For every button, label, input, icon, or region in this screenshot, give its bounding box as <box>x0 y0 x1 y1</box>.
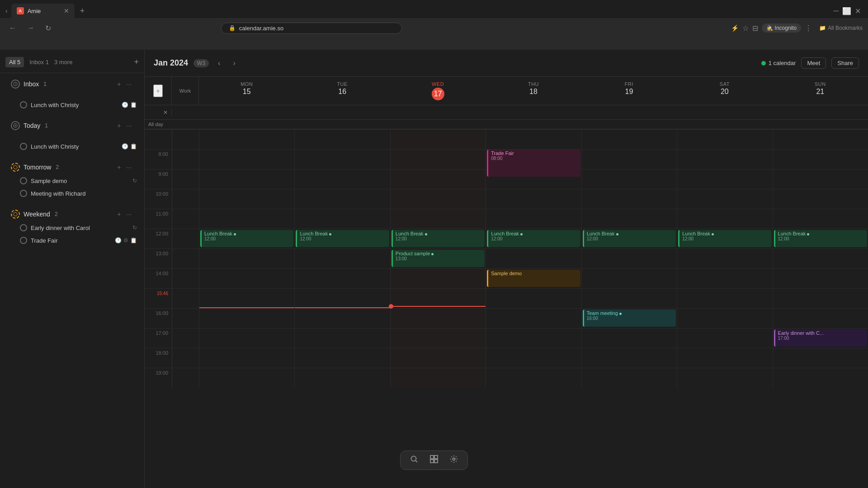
col-fri-700[interactable] <box>581 129 677 149</box>
col-sat-1700[interactable] <box>677 328 772 348</box>
lunch-break-wed[interactable]: Lunch Break 12:00 <box>392 230 485 247</box>
col-wed-800[interactable] <box>390 149 486 169</box>
col-fri-1700[interactable] <box>581 328 677 348</box>
tomorrow-add-btn[interactable]: + <box>115 163 123 172</box>
layout-toolbar-btn[interactable] <box>429 455 439 466</box>
sidebar-add-btn[interactable]: + <box>134 57 139 67</box>
col-tue-1000[interactable] <box>294 189 390 209</box>
weekend-more-btn[interactable]: ··· <box>124 210 133 219</box>
new-tab-button[interactable]: + <box>76 5 89 18</box>
col-wed-1800[interactable] <box>390 348 486 368</box>
col-thu-800[interactable]: Trade Fair 08:00 <box>486 149 581 169</box>
minimize-btn[interactable]: ─ <box>834 7 839 15</box>
col-tue-1200[interactable]: Lunch Break 12:00 <box>294 229 390 249</box>
col-mon-1700[interactable] <box>199 328 294 348</box>
refresh-btn[interactable]: ↻ <box>42 22 55 34</box>
col-sun-1700[interactable]: Early dinner with C... 17:00 <box>773 328 868 348</box>
col-sat-1000[interactable] <box>677 189 772 209</box>
trade-fair-event[interactable]: Trade Fair 08:00 <box>487 150 580 177</box>
col-tue-1300[interactable] <box>294 249 390 268</box>
col-sun-1400[interactable] <box>773 268 868 288</box>
col-thu-1100[interactable] <box>486 209 581 229</box>
lunch-christy-row-2[interactable]: Lunch with Christy 🕐 📋 <box>0 140 144 153</box>
task-checkbox-sample-demo[interactable] <box>20 177 27 184</box>
trade-fair-task[interactable]: Trade Fair 🕐 ⚙ 📋 <box>0 234 144 247</box>
lunch-break-fri[interactable]: Lunch Break 12:00 <box>583 230 676 247</box>
col-sun-1500[interactable] <box>773 288 868 308</box>
col-thu-1600[interactable] <box>486 308 581 328</box>
col-thu-1000[interactable] <box>486 189 581 209</box>
tomorrow-more-btn[interactable]: ··· <box>124 163 133 172</box>
col-thu-1300[interactable] <box>486 249 581 268</box>
col-sat-700[interactable] <box>677 129 772 149</box>
share-button[interactable]: Share <box>831 57 859 69</box>
today-add-btn[interactable]: + <box>115 121 123 130</box>
col-mon-1300[interactable] <box>199 249 294 268</box>
col-wed-1100[interactable] <box>390 209 486 229</box>
extensions-btn[interactable]: ⚡ <box>731 24 739 32</box>
col-sat-1800[interactable] <box>677 348 772 368</box>
col-wed-1400[interactable] <box>390 268 486 288</box>
next-week-btn[interactable]: › <box>229 57 239 69</box>
weekend-header[interactable]: Weekend 2 + ··· <box>4 207 141 221</box>
col-mon-1500[interactable] <box>199 288 294 308</box>
col-tue-1900[interactable] <box>294 368 390 388</box>
col-mon-1100[interactable] <box>199 209 294 229</box>
task-checkbox-meeting-richard[interactable] <box>20 190 27 197</box>
back-nav-btn[interactable]: ← <box>5 22 20 34</box>
col-tue-1400[interactable] <box>294 268 390 288</box>
col-mon-1600[interactable] <box>199 308 294 328</box>
meeting-richard-task[interactable]: Meeting with Richard <box>0 187 144 200</box>
col-fri-900[interactable] <box>581 169 677 189</box>
col-thu-700[interactable] <box>486 129 581 149</box>
close-allday-icon[interactable]: ✕ <box>163 109 168 116</box>
forward-nav-btn[interactable]: → <box>24 22 38 34</box>
task-checkbox-2[interactable] <box>20 143 27 150</box>
col-wed-900[interactable] <box>390 169 486 189</box>
prev-week-btn[interactable]: ‹ <box>214 57 224 69</box>
sample-demo-task[interactable]: Sample demo ↻ <box>0 174 144 187</box>
calendar-scroll[interactable]: 8:00 Trade Fair 08:00 <box>145 129 868 488</box>
col-mon-1200[interactable]: Lunch Break 12:00 <box>199 229 294 249</box>
col-tue-900[interactable] <box>294 169 390 189</box>
lunch-break-tue[interactable]: Lunch Break 12:00 <box>296 230 389 247</box>
col-sun-700[interactable] <box>773 129 868 149</box>
early-dinner-task[interactable]: Early dinner with Carol ↻ <box>0 221 144 234</box>
col-fri-1600[interactable]: Team meeting 16:00 <box>581 308 677 328</box>
weekend-add-btn[interactable]: + <box>115 210 123 219</box>
inbox-header[interactable]: Inbox 1 + ··· <box>4 77 141 91</box>
col-fri-1500[interactable] <box>581 288 677 308</box>
task-checkbox-trade-fair[interactable] <box>20 237 27 244</box>
col-sat-1100[interactable] <box>677 209 772 229</box>
close-btn[interactable]: ✕ <box>855 7 861 15</box>
lunch-break-thu[interactable]: Lunch Break 12:00 <box>487 230 580 247</box>
early-dinner-event[interactable]: Early dinner with C... 17:00 <box>774 329 867 347</box>
bookmark-star-btn[interactable]: ☆ <box>742 24 749 33</box>
col-fri-1300[interactable] <box>581 249 677 268</box>
inbox-more-btn[interactable]: ··· <box>124 80 133 89</box>
col-mon-800[interactable] <box>199 149 294 169</box>
search-toolbar-btn[interactable] <box>410 455 419 466</box>
col-sun-900[interactable] <box>773 169 868 189</box>
col-wed-1900[interactable] <box>390 368 486 388</box>
sidebar-tab-more[interactable]: 3 more <box>54 59 72 66</box>
col-mon-700[interactable] <box>199 129 294 149</box>
col-thu-1800[interactable] <box>486 348 581 368</box>
settings-toolbar-btn[interactable] <box>449 455 458 466</box>
col-wed-1500[interactable] <box>390 288 486 308</box>
col-wed-1000[interactable] <box>390 189 486 209</box>
col-fri-1000[interactable] <box>581 189 677 209</box>
task-checkbox-early-dinner[interactable] <box>20 224 27 231</box>
back-browser-btn[interactable]: ‹ <box>5 7 8 14</box>
col-tue-700[interactable] <box>294 129 390 149</box>
team-meeting-event[interactable]: Team meeting 16:00 <box>583 310 676 327</box>
col-mon-1400[interactable] <box>199 268 294 288</box>
col-sun-1100[interactable] <box>773 209 868 229</box>
col-sat-1200[interactable]: Lunch Break 12:00 <box>677 229 772 249</box>
col-tue-1500[interactable] <box>294 288 390 308</box>
col-sat-1400[interactable] <box>677 268 772 288</box>
task-checkbox-1[interactable] <box>20 101 27 108</box>
sidebar-tab-all[interactable]: All 5 <box>5 57 24 67</box>
tomorrow-header[interactable]: Tomorrow 2 + ··· <box>4 160 141 174</box>
col-fri-1100[interactable] <box>581 209 677 229</box>
